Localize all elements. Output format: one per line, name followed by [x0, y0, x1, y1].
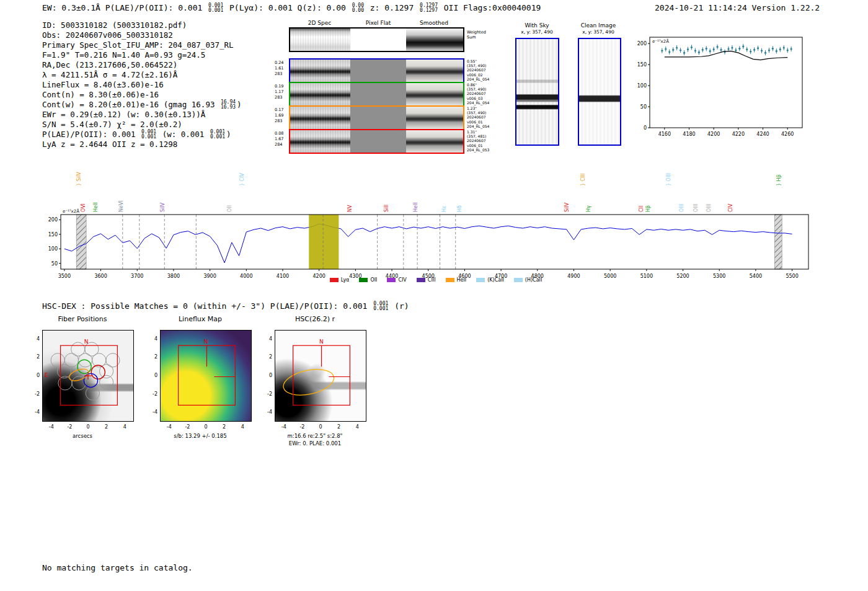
- svg-text:OII: OII: [227, 205, 232, 212]
- x-tick-label: 0: [82, 424, 94, 430]
- svg-text:100: 100: [48, 246, 58, 252]
- svg-text:Hδ: Hδ: [457, 205, 463, 212]
- cutout-row: [289, 105, 464, 130]
- text-segment: HSC-DEX : Possible Matches = 0 (within +…: [42, 301, 372, 311]
- legend-item: CIII: [417, 277, 436, 283]
- cutout-smoothed-image: [406, 60, 463, 82]
- fiber-positions-title: Fiber Positions: [24, 315, 141, 323]
- cutout-row-annotation: 1.23"(357, 490)20240607v006_01204_RL_054: [467, 106, 507, 128]
- cutout-row-annotation: 0.86"(357, 490)20240607v006_03204_RL_054: [467, 82, 507, 105]
- svg-text:} CIV: } CIV: [239, 172, 245, 186]
- text-segment: Primary Spec_Slot_IFU_AMP: 204_087_037_R…: [42, 40, 234, 50]
- text-segment: (w: 0.001: [157, 130, 209, 139]
- svg-text:OIII: OIII: [706, 204, 712, 212]
- cutout-smoothed-image: [406, 29, 463, 51]
- svg-text:0: 0: [644, 125, 647, 131]
- text-segment: P(Lyα): 0.001 Q(z): 0.00: [224, 3, 351, 12]
- cutout-pixelflat-image: [350, 29, 406, 51]
- text-segment: z: 0.1297: [365, 3, 418, 12]
- legend-label: OII: [370, 277, 377, 283]
- fiber-positions-overlay: NE: [42, 330, 134, 422]
- x-tick-label: -4: [45, 424, 58, 430]
- svg-text:4220: 4220: [732, 131, 745, 137]
- x-tick-label: -4: [278, 424, 290, 430]
- text-segment: LyA z = 2.4644 OII z = 0.1298: [42, 140, 177, 149]
- svg-text:50: 50: [640, 104, 647, 110]
- info-line-id: ID: 5003310182 (5003310182.pdf): [42, 20, 242, 30]
- stacked-value: 0.0010.001: [373, 301, 388, 311]
- elixer-report-page: { "header": { "segments": [ {"t":"EW: 0.…: [0, 0, 868, 591]
- legend-swatch: [446, 278, 454, 282]
- text-segment: ID: 5003310182 (5003310182.pdf): [42, 20, 187, 30]
- hsc-r-title: HSC(26.2) r: [256, 315, 374, 323]
- cutout-2dspec-image: [290, 29, 350, 51]
- cutout-row-annotation: WeightedSum: [467, 30, 507, 40]
- svg-text:200: 200: [637, 41, 647, 47]
- svg-text:N: N: [319, 339, 324, 345]
- hsc-dex-match-line: HSC-DEX : Possible Matches = 0 (within +…: [42, 301, 409, 311]
- header-datetime: 2024-10-21 11:14:24 Version 1.22.2: [655, 3, 820, 12]
- clean-image-coords: x, y: 357, 490: [577, 29, 620, 35]
- cutout-smoothed-image: [406, 107, 463, 129]
- text-segment: S/N = 5.4(±0.7) χ² = 2.0(±0.2): [42, 120, 182, 129]
- x-tick-label: 2: [100, 424, 113, 430]
- x-tick-label: 0: [314, 424, 327, 430]
- with-sky-image-content: [516, 39, 558, 144]
- text-segment: EW: 0.3±0.1Å P(LAE)/P(OII): 0.001: [42, 3, 207, 12]
- stacked-value: 0.000.00: [352, 3, 364, 12]
- y-tick-label: -2: [143, 391, 157, 397]
- cutout-column-header: 2D Spec: [289, 20, 350, 26]
- legend-item: Lyα: [330, 277, 350, 283]
- svg-text:CII: CII: [639, 206, 644, 212]
- svg-text:4260: 4260: [781, 131, 794, 137]
- with-sky-coords: x, y: 357, 490: [515, 29, 559, 35]
- x-tick-label: 0: [200, 424, 212, 430]
- clean-image-title: Clean Image: [577, 22, 620, 29]
- info-line-lambda: λ = 4211.51Å σ = 4.72(±2.16)Å: [42, 70, 242, 80]
- y-tick-label: -4: [25, 409, 40, 415]
- svg-text:4200: 4200: [707, 131, 720, 137]
- fiber-positions-panel: Fiber Positions NE arcsecs -4-4-2-200224…: [24, 315, 148, 448]
- cutout-pixelflat-image: [350, 60, 406, 82]
- footer-note-line1: No matching targets in catalog.: [42, 563, 193, 573]
- zoom-spectrum-chart: 050100150200416041804200422042404260e⁻¹⁷…: [627, 31, 811, 146]
- text-segment: LineFlux = 8.40(±3.60)e-16: [42, 80, 164, 89]
- header-stats: EW: 0.3±0.1Å P(LAE)/P(OII): 0.001 0.0010…: [42, 3, 541, 13]
- svg-text:Hε: Hε: [441, 206, 447, 212]
- svg-text:} Hβ: } Hβ: [776, 174, 782, 186]
- x-tick-label: 4: [118, 424, 131, 430]
- text-segment: F=1.9" T=0.216 N=1.40 A=0.93 g=24.5: [42, 50, 205, 60]
- cutout-pixelflat-image: [350, 130, 406, 153]
- legend-swatch: [387, 278, 396, 282]
- x-tick-label: -2: [63, 424, 76, 430]
- cutout-2dspec-image: [290, 130, 350, 153]
- legend-label: HeII: [457, 277, 467, 283]
- fiber-positions-xlabel: arcsecs: [17, 433, 148, 439]
- svg-text:NV: NV: [347, 205, 353, 212]
- text-segment: λ = 4211.51Å σ = 4.72(±2.16)Å: [42, 70, 177, 79]
- cutout-row-weights: 0.191.17283: [275, 84, 287, 100]
- svg-text:OIII: OIII: [679, 204, 684, 212]
- svg-text:OIII: OIII: [693, 204, 699, 212]
- svg-text:CIV: CIV: [728, 203, 733, 212]
- legend-item: HeII: [446, 277, 467, 283]
- svg-text:E: E: [45, 372, 48, 378]
- legend-swatch: [359, 278, 368, 282]
- x-tick-label: 4: [236, 424, 249, 430]
- text-segment: (r): [389, 301, 409, 311]
- hsc-r-panel: HSC(26.2) r N m:16.6 re:2.5" s:2.8" EWr:…: [256, 315, 380, 448]
- svg-text:Hβ: Hβ: [645, 205, 651, 212]
- cutout-smoothed-image: [406, 83, 463, 105]
- legend-swatch: [476, 278, 485, 282]
- cutout-column-header: Smoothed: [406, 20, 462, 26]
- info-line-lineflux: LineFlux = 8.40(±3.60)e-16: [42, 80, 242, 90]
- svg-text:200: 200: [48, 217, 58, 223]
- y-tick-label: -4: [257, 409, 272, 415]
- legend-swatch: [417, 278, 425, 282]
- stacked-value: 0.0010.001: [141, 130, 156, 139]
- y-tick-label: 2: [143, 354, 157, 360]
- legend-item: OII: [359, 277, 377, 283]
- info-line-seeing: F=1.9" T=0.216 N=1.40 A=0.93 g=24.5: [42, 50, 242, 60]
- info-line-plae: P(LAE)/P(OII): 0.001 0.0010.001 (w: 0.00…: [42, 130, 242, 140]
- legend-swatch: [330, 278, 339, 282]
